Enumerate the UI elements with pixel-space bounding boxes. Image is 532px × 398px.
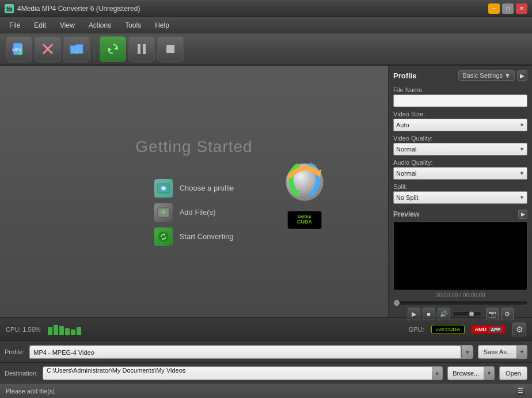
svg-marker-6: [114, 47, 117, 50]
logo-area: NVIDIA CUDA: [279, 154, 330, 229]
toolbar: + MP4 +: [0, 33, 532, 66]
svg-text:nVIDIA: nVIDIA: [436, 328, 444, 332]
destination-label: Destination:: [5, 370, 38, 377]
destination-select-wrapper: C:\Users\Administrator\My Documents\My V…: [43, 366, 443, 380]
menu-file[interactable]: File: [2, 19, 27, 32]
add-file-button[interactable]: + MP4: [6, 36, 32, 62]
destination-arrow-button[interactable]: ▼: [432, 367, 442, 380]
preview-settings-button[interactable]: ⚙: [501, 308, 514, 320]
actions-list: Choose a profile + Add File(s): [154, 179, 234, 246]
nvidia-cuda-badge: NVIDIA CUDA: [287, 211, 322, 229]
pause-button[interactable]: [128, 36, 155, 62]
save-as-button[interactable]: Save As...: [478, 345, 517, 359]
preview-video-area: [393, 221, 527, 290]
volume-slider[interactable]: [453, 312, 481, 316]
video-size-select[interactable]: Auto ▼: [393, 119, 527, 131]
remove-button[interactable]: [35, 36, 61, 62]
open-button[interactable]: Open: [499, 366, 527, 380]
choose-profile-action[interactable]: Choose a profile: [154, 179, 234, 198]
panel-expand-button[interactable]: ▶: [517, 70, 527, 81]
svg-marker-7: [108, 48, 112, 51]
close-button[interactable]: ✕: [516, 3, 527, 14]
basic-settings-button[interactable]: Basic Settings ▼: [458, 70, 515, 81]
audio-quality-field: Audio Quality: Normal ▼: [393, 159, 527, 180]
preview-expand-button[interactable]: ▶: [518, 210, 527, 219]
start-converting-label: Start Converting: [180, 232, 234, 241]
convert-button[interactable]: [100, 36, 126, 62]
menu-tools[interactable]: Tools: [118, 19, 148, 32]
menu-view[interactable]: View: [53, 19, 82, 32]
audio-quality-arrow: ▼: [519, 170, 525, 176]
split-field: Split: No Split ▼: [393, 183, 527, 204]
video-quality-field: Video Quality: Normal ▼: [393, 135, 527, 156]
file-name-label: File Name:: [393, 86, 527, 93]
window-controls: ─ □ ✕: [488, 3, 527, 14]
browse-arrow-button[interactable]: ▼: [484, 366, 495, 380]
status-message: Please add file(s): [6, 388, 55, 395]
app-text: APP: [489, 327, 502, 332]
choose-profile-label: Choose a profile: [180, 184, 234, 192]
video-quality-select[interactable]: Normal ▼: [393, 143, 527, 156]
stop-button[interactable]: [157, 36, 184, 62]
menu-edit[interactable]: Edit: [27, 19, 53, 32]
add-folder-button[interactable]: +: [63, 36, 90, 62]
profile-bar: Profile: MP4 - MPEG-4 Video ▼ Save As...…: [0, 340, 532, 362]
destination-path[interactable]: C:\Users\Administrator\My Documents\My V…: [43, 367, 432, 380]
save-as-arrow-button[interactable]: ▼: [517, 345, 527, 359]
status-message-bar: Please add file(s) ☰: [0, 383, 532, 398]
list-view-button[interactable]: ☰: [515, 386, 526, 396]
minimize-button[interactable]: ─: [488, 3, 500, 14]
preview-time: 00:00:00 / 00:00:00: [393, 292, 527, 298]
preview-progress-bar[interactable]: [393, 301, 527, 305]
cpu-bar-5: [71, 329, 75, 335]
app-icon: 🎬: [5, 4, 14, 13]
preview-screenshot-button[interactable]: 📷: [486, 308, 499, 320]
file-name-input[interactable]: [393, 94, 527, 107]
preview-progress-thumb: [394, 300, 400, 306]
menu-bar: File Edit View Actions Tools Help: [0, 17, 532, 33]
svg-point-13: [162, 187, 165, 189]
preview-stop-button[interactable]: ■: [423, 308, 435, 320]
start-converting-icon: [154, 228, 173, 246]
cpu-bar-4: [65, 328, 70, 335]
profile-select-wrapper: MP4 - MPEG-4 Video ▼: [29, 345, 473, 359]
profile-section-title: Profile: [393, 71, 416, 80]
gpu-settings-button[interactable]: ⚙: [512, 323, 526, 336]
split-arrow: ▼: [519, 195, 525, 200]
audio-quality-select[interactable]: Normal ▼: [393, 167, 527, 180]
video-size-value: Auto: [396, 122, 409, 128]
svg-text:+: +: [161, 207, 166, 217]
add-files-action[interactable]: + Add File(s): [154, 203, 216, 222]
split-select[interactable]: No Split ▼: [393, 191, 527, 204]
video-size-label: Video Size:: [393, 111, 527, 117]
preview-volume-button[interactable]: 🔊: [438, 308, 450, 320]
cpu-bar-2: [54, 325, 58, 335]
status-bar: CPU: 1.56% GPU: nVIDIA CUDA AMD APP ⚙: [0, 317, 532, 340]
preview-title: Preview: [393, 210, 419, 218]
app-logo: [279, 154, 330, 206]
file-name-field: File Name:: [393, 86, 527, 107]
destination-bar: Destination: C:\Users\Administrator\My D…: [0, 362, 532, 383]
menu-help[interactable]: Help: [148, 19, 176, 32]
svg-text:+: +: [74, 48, 78, 56]
content-wrap: Getting Started Choose a profile +: [0, 66, 532, 317]
title-bar: 🎬 4Media MP4 Converter 6 (Unregistered) …: [0, 0, 532, 17]
preview-controls: ▶ ■ 🔊 📷 ⚙: [393, 308, 527, 320]
profile-select-arrow[interactable]: ▼: [461, 346, 473, 359]
menu-actions[interactable]: Actions: [82, 19, 118, 32]
preview-header: Preview ▶: [393, 210, 527, 219]
start-converting-action[interactable]: Start Converting: [154, 228, 234, 246]
amd-text: AMD: [475, 327, 487, 332]
profile-select[interactable]: MP4 - MPEG-4 Video: [29, 346, 461, 359]
basic-settings-chevron: ▼: [504, 72, 511, 79]
browse-button[interactable]: Browse...: [447, 366, 484, 380]
cuda-text: CUDA: [446, 327, 461, 332]
video-size-field: Video Size: Auto ▼: [393, 111, 527, 131]
maximize-button[interactable]: □: [502, 3, 514, 14]
split-value: No Split: [396, 194, 419, 201]
preview-play-button[interactable]: ▶: [408, 308, 420, 320]
toolbar-separator-1: [94, 37, 95, 60]
cpu-bar-6: [77, 327, 81, 335]
cpu-bar-1: [48, 327, 52, 335]
getting-started-title: Getting Started: [135, 138, 252, 156]
